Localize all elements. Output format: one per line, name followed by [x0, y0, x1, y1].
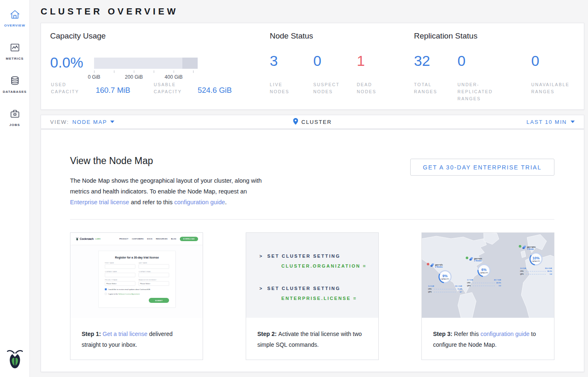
registration-screenshot-thumbnail: Cockroach LABS PRODUCT CUSTOMERS DOCS RE… — [70, 233, 203, 318]
breadcrumb-cluster-label: CLUSTER — [301, 119, 332, 125]
mini-trial-form: Register for a 30-day trial license FIRS… — [99, 251, 176, 308]
mini-field-label: COMPANY NAME — [105, 271, 136, 273]
main-content: CLUSTER OVERVIEW Capacity Usage 0.0% 0 G… — [30, 0, 588, 372]
qps-value: 0.0 — [496, 285, 501, 287]
configuration-guide-link[interactable]: configuration guide — [480, 331, 529, 337]
live-nodes-value: 3 — [270, 54, 278, 68]
mini-nav-item: PRODUCT — [119, 238, 128, 240]
enterprise-trial-button[interactable]: GET A 30-DAY ENTERPRISE TRIAL — [410, 159, 555, 176]
node-stack-icon — [469, 257, 473, 261]
page-title: CLUSTER OVERVIEW — [41, 0, 584, 23]
sql-statement-line: >SET CLUSTER SETTING — [259, 251, 378, 261]
axis-tick-label: 400 GiB — [165, 74, 182, 80]
mini-submit-button: SUBMIT — [149, 298, 169, 303]
sidebar-nav: OVERVIEW METRICS DATABASES — [0, 0, 29, 138]
sql-commands-thumbnail: >SET CLUSTER SETTING CLUSTER.ORGANIZATIO… — [246, 233, 378, 318]
mini-field-label: COMPANY EMAIL — [139, 271, 169, 273]
promo-text: The Node Map shows the geographical layo… — [70, 177, 264, 195]
view-label: VIEW: — [50, 119, 69, 125]
total-ranges-label: TOTAL RANGES — [414, 81, 437, 95]
healthy-status-icon: ✓ — [466, 257, 468, 259]
mini-form-title: Register for a 30-day trial license — [105, 256, 169, 259]
region-used-capacity: 3.7 GiB — [467, 279, 473, 281]
sidebar-item-overview[interactable]: OVERVIEW — [0, 6, 29, 39]
view-selector-dropdown[interactable]: NODE MAP — [73, 119, 115, 125]
capacity-bar-reserved-segment — [182, 58, 198, 69]
region-capacity-percent: 10% — [532, 256, 540, 260]
capacity-bar-chart: 0 GiB 200 GiB 400 GiB — [94, 58, 198, 81]
region-node-count: 2 Nodes — [435, 266, 443, 268]
under-replicated-ranges-value: 0 — [457, 54, 465, 68]
cpu-value: 58.3% — [547, 271, 552, 273]
configuration-guide-link[interactable]: configuration guide — [174, 199, 225, 205]
step-3-card: ! geo=sfo 2 Nodes — [421, 232, 554, 360]
region-capacity-percent: 6% — [482, 268, 486, 272]
promo-description: The Node Map shows the geographical layo… — [70, 175, 268, 208]
map-region-nyc: ✓ geo=nyc 2 Nodes — [466, 257, 502, 287]
cpu-label: CPU — [467, 282, 472, 284]
step-1-card: Cockroach LABS PRODUCT CUSTOMERS DOCS RE… — [70, 232, 203, 360]
qps-label: QPS — [520, 273, 525, 276]
sidebar-item-metrics[interactable]: METRICS — [0, 39, 29, 72]
usable-capacity-value: 524.6 GiB — [198, 86, 232, 95]
qps-value: 0.4 — [547, 273, 552, 276]
map-region-sfo: ! geo=sfo 2 Nodes — [427, 263, 463, 293]
cluster-summary-card: Capacity Usage 0.0% 0 GiB 200 GiB 400 Gi… — [41, 23, 584, 110]
used-capacity-value: 160.7 MiB — [96, 86, 130, 95]
mini-field-label: PROJECT PHASE — [105, 279, 136, 281]
step-1-caption: Step 1: Get a trial license delivered st… — [70, 318, 203, 350]
home-icon — [10, 9, 20, 22]
cpu-label: CPU — [428, 288, 433, 290]
promo-title: View the Node Map — [70, 155, 268, 167]
sql-argument-line: CLUSTER.ORGANIZATION = — [259, 261, 378, 271]
region-total-capacity: 43.7 GiB — [494, 279, 501, 281]
sidebar-item-jobs[interactable]: JOBS — [0, 105, 29, 138]
step-3-label: Step 3: — [433, 331, 454, 337]
node-map-promo: View the Node Map The Node Map shows the… — [70, 155, 268, 208]
mini-field-select: Please Select — [105, 281, 136, 286]
mini-field-label: LAST NAME — [139, 262, 169, 264]
mini-logo-suffix: LABS — [95, 238, 101, 240]
view-bar: VIEW: NODE MAP CLUSTER LAST 10 MIN — [41, 115, 584, 129]
region-node-count: 2 Nodes — [474, 260, 482, 262]
node-map-thumbnail: ! geo=sfo 2 Nodes — [422, 233, 554, 318]
step-2-label: Step 2: — [257, 331, 278, 337]
qps-label: QPS — [467, 285, 472, 287]
dead-nodes-label: DEAD NODES — [357, 81, 376, 95]
sidebar-item-label: METRICS — [6, 57, 24, 60]
mini-checkbox-label: I agree to the Software License Agreemen… — [108, 293, 140, 295]
replication-status-title: Replication Status — [414, 31, 477, 41]
time-range-dropdown[interactable]: LAST 10 MIN — [526, 119, 575, 125]
qps-label: QPS — [428, 291, 433, 293]
capacity-bar-axis-labels: 0 GiB 200 GiB 400 GiB — [94, 74, 198, 81]
mini-logo-name: Cockroach — [80, 237, 94, 241]
cpu-sparkline — [434, 289, 456, 289]
mini-nav-item: DOCS — [147, 238, 152, 240]
breadcrumb: CLUSTER — [293, 118, 332, 126]
suspect-nodes-label: SUSPECT NODES — [313, 81, 340, 95]
cpu-sparkline — [526, 271, 546, 271]
promo-text: and refer to this — [129, 199, 174, 205]
capacity-used-percent: 0.0% — [50, 54, 83, 71]
qps-sparkline — [473, 285, 495, 286]
view-selector-value: NODE MAP — [73, 119, 107, 125]
enterprise-trial-license-link[interactable]: Enterprise trial license — [70, 199, 129, 205]
location-pin-icon — [293, 118, 298, 126]
get-trial-license-link[interactable]: Get a trial license — [103, 331, 148, 337]
total-ranges-value: 32 — [414, 54, 430, 68]
under-replicated-ranges-label: UNDER-REPLICATED RANGES — [457, 81, 493, 102]
region-total-capacity: 36.6 GiB — [545, 267, 552, 269]
metrics-icon — [10, 42, 20, 55]
capacity-bar-track — [94, 58, 198, 69]
sidebar-item-databases[interactable]: DATABASES — [0, 72, 29, 105]
usable-capacity-label: USABLE CAPACITY — [154, 81, 182, 95]
region-capacity-label: CAPACITY — [532, 261, 540, 262]
mini-field-input — [105, 273, 136, 278]
cockroachdb-logo — [0, 349, 29, 377]
mini-checkbox-label: I would like to receive email updates ab… — [108, 288, 150, 290]
mini-field-select: Please Select — [139, 281, 169, 286]
steps-row: Cockroach LABS PRODUCT CUSTOMERS DOCS RE… — [70, 232, 554, 360]
node-stack-icon — [523, 246, 526, 249]
mini-nav-item: BLOG — [171, 238, 177, 240]
mini-field-label: REASON FOR INTEREST — [139, 279, 169, 281]
